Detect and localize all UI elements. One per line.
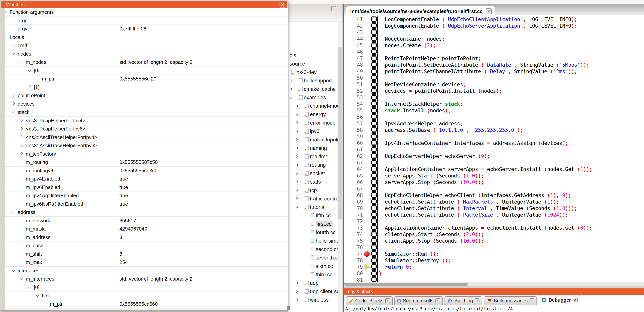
chevron-down-icon[interactable] [28, 285, 31, 289]
chevron-down-icon[interactable] [290, 96, 292, 99]
line-number[interactable]: 67 [344, 185, 363, 192]
watch-row[interactable]: m_mask4294967040 [5, 225, 288, 233]
watch-row[interactable]: m_ptr0x5555555ca660 [5, 300, 288, 308]
chevron-down-icon[interactable] [20, 60, 23, 63]
tree-scrollbar[interactable] [338, 22, 342, 312]
watch-row[interactable]: devices [5, 100, 288, 108]
line-number[interactable]: 47 [344, 55, 363, 62]
log-tab-debugger[interactable]: ⚙Debugger✕ [538, 295, 580, 305]
watch-row[interactable]: interfaces [5, 267, 288, 275]
chevron-down-icon[interactable] [12, 110, 15, 114]
code-line[interactable]: 75 clientApps.Stop (Seconds (10.0)); [344, 238, 644, 244]
code-line[interactable]: 76 [344, 244, 644, 251]
chevron-down-icon[interactable] [5, 10, 7, 13]
code-line[interactable]: 55 stack.Install (nodes); [344, 107, 644, 114]
line-number[interactable]: 53 [344, 94, 363, 101]
tree-item-source[interactable]: source [288, 60, 343, 68]
chevron-right-icon[interactable] [295, 104, 298, 108]
chevron-right-icon[interactable] [295, 180, 298, 183]
close-icon[interactable]: ✕ [280, 2, 285, 7]
tree-item-traffic-contro[interactable]: traffic-contro [288, 194, 343, 203]
tree-item-fourth-cc[interactable]: fourth.cc [288, 228, 343, 237]
line-number[interactable]: 43 [344, 29, 363, 36]
code-line[interactable]: 48 pointToPoint.SetDeviceAttribute ("Dat… [344, 62, 644, 68]
line-number[interactable]: 78 [344, 257, 363, 264]
line-number[interactable]: 77 [344, 251, 363, 257]
chevron-right-icon[interactable] [295, 282, 298, 285]
tree-item-examples[interactable]: examples [288, 93, 343, 102]
chevron-right-icon[interactable] [295, 163, 298, 166]
code-line[interactable]: 77 Simulator::Run (); [344, 251, 644, 257]
tree-item-matrix-topolo[interactable]: matrix-topolo [288, 136, 343, 144]
chevron-right-icon[interactable] [20, 144, 23, 147]
tree-item-tutorial[interactable]: tutorial [288, 203, 343, 211]
watch-row[interactable]: m_ipv4Enabledtrue [5, 175, 288, 183]
line-number[interactable]: 55 [344, 107, 363, 114]
chevron-right-icon[interactable] [295, 155, 298, 158]
watch-row[interactable]: m_interfacesstd::vector of length 2, cap… [5, 275, 288, 283]
code-line[interactable]: 80} [344, 270, 644, 277]
chevron-right-icon[interactable] [295, 121, 298, 124]
watch-row[interactable]: Function arguments [5, 8, 288, 16]
line-number[interactable]: 57 [344, 120, 363, 127]
watch-row[interactable]: m_ipv6Enabledtrue [5, 183, 288, 192]
line-number[interactable]: 42 [344, 23, 363, 29]
chevron-right-icon[interactable] [20, 152, 23, 155]
chevron-right-icon[interactable] [20, 127, 23, 130]
chevron-right-icon[interactable] [295, 138, 298, 141]
watch-row[interactable]: argv0x7fffffffdf08 [5, 25, 288, 33]
tree-item-hello-simul[interactable]: hello-simul [288, 237, 343, 245]
tree-item-udp-client-ser[interactable]: udp-client-ser [288, 287, 343, 296]
line-number[interactable]: 48 [344, 62, 363, 68]
line-number[interactable]: 80 [344, 270, 363, 277]
tree-item-naming[interactable]: naming [288, 144, 343, 152]
chevron-right-icon[interactable] [295, 189, 298, 192]
close-icon[interactable]: ✕ [332, 6, 336, 11]
chevron-down-icon[interactable] [5, 35, 7, 38]
code-line[interactable]: 45 nodes.Create (2); [344, 42, 644, 49]
watch-row[interactable]: m_network655617 [5, 217, 288, 225]
code-line[interactable]: 63 [344, 159, 644, 166]
chevron-right-icon[interactable] [295, 113, 298, 116]
line-number[interactable]: 54 [344, 101, 363, 107]
tree-item-error-model[interactable]: error-model [288, 119, 343, 127]
code-line[interactable]: 42 LogComponentEnable ("UdpEchoServerApp… [344, 23, 644, 29]
chevron-right-icon[interactable] [28, 85, 31, 88]
line-number[interactable]: 64 [344, 166, 363, 172]
tree-item-stats[interactable]: stats [288, 178, 343, 186]
code-line[interactable]: 56 [344, 114, 644, 120]
code-line[interactable]: 71 echoClient.SetAttribute ("PacketSize"… [344, 212, 644, 218]
line-number[interactable]: 59 [344, 133, 363, 140]
watch-row[interactable]: m_shift8 [5, 250, 288, 258]
code-line[interactable]: 50 [344, 75, 644, 81]
code-line[interactable]: 58 address.SetBase ("10.1.1.0", "255.255… [344, 127, 644, 133]
tree-item-first-cc[interactable]: first.cc [288, 220, 343, 228]
watch-row[interactable]: Locals [5, 33, 288, 42]
line-number[interactable]: 50 [344, 75, 363, 81]
log-tab-code-blocks[interactable]: Code::Blocks✕ [346, 296, 393, 305]
chevron-right-icon[interactable] [12, 44, 15, 47]
line-number[interactable]: 73 [344, 225, 363, 231]
line-number[interactable]: 51 [344, 81, 363, 88]
chevron-right-icon[interactable] [295, 298, 298, 302]
close-icon[interactable]: ✕ [573, 298, 578, 302]
line-number[interactable]: 60 [344, 140, 363, 147]
line-number[interactable]: 74 [344, 231, 363, 238]
tree-item-ns-3-dev[interactable]: ns-3-dev [288, 68, 343, 76]
line-number[interactable]: 49 [344, 68, 363, 75]
tree-item-energy[interactable]: energy [288, 110, 343, 119]
chevron-right-icon[interactable] [12, 102, 15, 105]
tree-item-tcp[interactable]: tcp [288, 186, 343, 194]
code-line[interactable]: 81 [344, 277, 644, 282]
editor-hscrollbar-thumb[interactable] [344, 283, 468, 286]
line-number[interactable]: 52 [344, 88, 363, 94]
code-line[interactable]: 61 [344, 147, 644, 153]
watch-row[interactable]: <ns3::AsciiTraceHelperForIpv6> [5, 142, 288, 150]
watch-row[interactable]: nodes [5, 50, 288, 58]
tree-item-cmake-cache[interactable]: cmake_cache [288, 85, 343, 93]
project-tree[interactable]: olssourcens-3-devbuildsupportcmake_cache… [288, 22, 343, 312]
line-number[interactable]: 63 [344, 159, 363, 166]
close-icon[interactable]: ✕ [436, 298, 440, 303]
watch-row[interactable]: m_routing0x555555587c50 [5, 158, 288, 166]
watch-row[interactable]: m_address3 [5, 233, 288, 242]
